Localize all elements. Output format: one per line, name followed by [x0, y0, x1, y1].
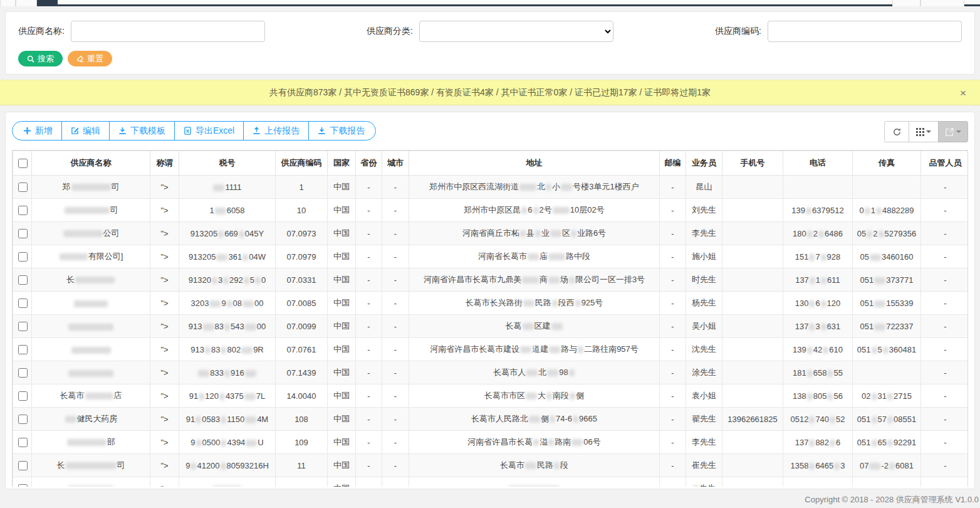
row-checkbox[interactable] — [18, 275, 28, 285]
cell-city: - — [382, 199, 409, 222]
export-excel-button[interactable]: 导出Excel — [174, 121, 244, 140]
supplier-name-input[interactable] — [71, 21, 265, 42]
columns-button[interactable] — [909, 121, 939, 142]
row-checkbox[interactable] — [18, 183, 28, 192]
tab[interactable] — [892, 0, 920, 6]
tab[interactable] — [0, 0, 16, 6]
redacted-text — [203, 324, 214, 331]
tab[interactable] — [920, 0, 964, 6]
row-checkbox[interactable] — [18, 322, 28, 331]
redacted-text — [520, 230, 526, 237]
redacted-text — [68, 324, 113, 331]
cell-tax: 913838029R — [179, 338, 276, 361]
redacted-text — [550, 230, 561, 237]
field-supplier-category: 供应商分类: — [367, 21, 613, 42]
col-header-country[interactable]: 国家 — [328, 151, 356, 176]
redacted-text — [190, 463, 196, 470]
select-all-checkbox[interactable] — [18, 159, 28, 168]
col-header-salesman[interactable]: 业务员 — [686, 151, 722, 176]
cell-zip: - — [660, 245, 686, 268]
row-checkbox[interactable] — [18, 345, 28, 354]
download-icon — [118, 127, 127, 135]
tab[interactable] — [16, 0, 37, 6]
col-header-name[interactable]: 供应商名称 — [32, 151, 150, 176]
redacted-text — [887, 440, 893, 447]
cell-qc: - — [921, 268, 969, 292]
cell-mobile — [722, 315, 783, 338]
row-checkbox[interactable] — [18, 368, 28, 378]
col-header-tax[interactable]: 税号 — [179, 151, 276, 176]
col-header-fax[interactable]: 传真 — [853, 151, 921, 176]
cell-qc: - — [921, 477, 969, 487]
col-header-province[interactable]: 省份 — [356, 151, 382, 176]
alert-close-icon[interactable]: × — [956, 87, 970, 98]
col-header-mobile[interactable]: 手机号 — [722, 151, 783, 176]
cell-zip: - — [660, 199, 686, 222]
row-checkbox[interactable] — [18, 252, 28, 262]
add-button[interactable]: 新增 — [12, 121, 62, 140]
cell-qc: - — [921, 454, 969, 477]
row-checkbox[interactable] — [18, 206, 28, 215]
cell-tax: 91320329250 — [179, 268, 276, 292]
col-header-city[interactable]: 城市 — [382, 151, 409, 176]
col-header-address[interactable]: 地址 — [409, 151, 660, 176]
redacted-text — [224, 370, 230, 377]
row-checkbox[interactable] — [18, 438, 28, 447]
redacted-text — [71, 184, 111, 191]
redacted-text — [810, 277, 815, 284]
cell-qc: - — [921, 222, 969, 245]
redacted-text — [550, 416, 555, 423]
cell-fax: 0515708551 — [853, 408, 921, 431]
col-header-phone[interactable]: 电话 — [783, 151, 853, 176]
row-checkbox[interactable] — [18, 484, 28, 487]
row-checkbox[interactable] — [18, 391, 28, 401]
row-checkbox[interactable] — [18, 299, 28, 308]
upload-report-button[interactable]: 上传报告 — [243, 121, 309, 140]
redacted-text — [887, 393, 893, 400]
redacted-text — [867, 231, 872, 238]
redacted-text — [821, 254, 826, 261]
col-header-code[interactable]: 供应商编码 — [276, 151, 328, 176]
redacted-text — [809, 324, 815, 331]
col-header-title[interactable]: 称谓 — [150, 151, 179, 176]
cell-name — [32, 292, 150, 315]
cell-city: - — [382, 315, 409, 338]
row-checkbox[interactable] — [18, 415, 28, 424]
col-header-check[interactable] — [13, 151, 32, 176]
cell-code: 11 — [276, 454, 328, 477]
redacted-text — [63, 230, 103, 237]
row-checkbox[interactable] — [18, 461, 28, 470]
cell-qc: - — [921, 338, 969, 361]
edit-button[interactable]: 编辑 — [61, 121, 110, 140]
cell-salesman: 翟先生 — [686, 408, 722, 431]
tab-active[interactable] — [37, 0, 58, 6]
cell-fax: 051373771 — [853, 268, 921, 292]
col-header-zip[interactable]: 邮编 — [660, 151, 686, 176]
redacted-text — [209, 300, 221, 307]
cell-check — [13, 176, 32, 199]
cell-country: 中国 — [328, 292, 356, 315]
cell-title: "> — [150, 454, 179, 477]
supplier-category-select[interactable] — [419, 21, 613, 42]
cell-province: - — [356, 315, 382, 338]
supplier-code-input[interactable] — [768, 21, 962, 42]
cell-title: "> — [150, 361, 179, 384]
redacted-text — [523, 323, 534, 330]
download-template-button[interactable]: 下载模板 — [109, 121, 175, 140]
cell-mobile — [722, 431, 783, 454]
cell-qc: - — [921, 361, 969, 384]
row-checkbox[interactable] — [18, 229, 28, 238]
search-button[interactable]: 搜索 — [18, 51, 63, 66]
col-header-qc[interactable]: 品管人员 — [921, 151, 969, 176]
refresh-button[interactable] — [884, 121, 909, 142]
columns-icon — [916, 128, 924, 136]
redacted-text — [807, 347, 813, 354]
cell-salesman: 沈先生 — [686, 338, 722, 361]
cell-zip: - — [660, 408, 686, 431]
cell-fax: 02312715 — [853, 384, 921, 408]
export-data-button[interactable] — [938, 121, 968, 142]
edit-icon — [71, 127, 79, 135]
redacted-text — [874, 324, 885, 331]
reset-button[interactable]: 重置 — [68, 51, 112, 66]
download-report-button[interactable]: 下载报告 — [308, 121, 376, 140]
